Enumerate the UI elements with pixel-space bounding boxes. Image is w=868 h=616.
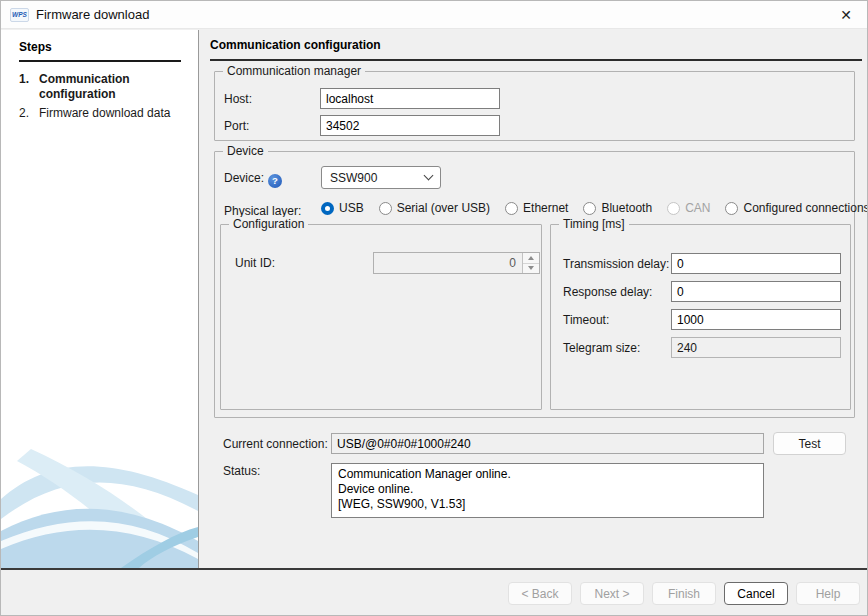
- device-select[interactable]: SSW900: [321, 166, 441, 189]
- close-icon[interactable]: ✕: [823, 1, 868, 29]
- firmware-download-dialog: { "window": { "badge": "WPS", "title": "…: [0, 0, 868, 616]
- device-label-text: Device:: [224, 171, 264, 185]
- radio-label: Configured connections: [743, 201, 868, 215]
- communication-manager-group: Communication manager Host: Port:: [214, 71, 855, 141]
- port-label: Port:: [224, 119, 249, 133]
- response-delay-input[interactable]: [671, 281, 841, 302]
- spinner-up-icon: [523, 253, 539, 264]
- current-connection-label: Current connection:: [223, 437, 328, 451]
- radio-can: CAN: [667, 201, 710, 215]
- steps-list: 1. Communication configuration 2. Firmwa…: [19, 72, 189, 125]
- next-button: Next >: [580, 582, 644, 605]
- telegram-size-input: [671, 337, 841, 358]
- decorative-swoosh-graphic: [1, 437, 198, 569]
- group-title: Device: [223, 144, 268, 158]
- unit-id-stepper: 0: [373, 252, 540, 274]
- group-title: Communication manager: [223, 64, 365, 78]
- group-title: Configuration: [229, 217, 308, 231]
- port-input[interactable]: [320, 115, 500, 136]
- step-number: 2.: [19, 106, 39, 121]
- steps-sidebar: Steps 1. Communication configuration 2. …: [1, 30, 199, 569]
- configuration-group: Configuration Unit ID: 0: [220, 224, 542, 410]
- status-line: Communication Manager online.: [338, 467, 757, 482]
- radio-disabled-icon: [667, 202, 680, 215]
- radio-label: USB: [339, 201, 364, 215]
- communication-configuration-panel: Communication configuration Communicatio…: [200, 29, 868, 569]
- help-button: Help: [796, 582, 860, 605]
- host-input[interactable]: [320, 88, 500, 109]
- radio-label: CAN: [685, 201, 710, 215]
- device-select-value: SSW900: [330, 171, 425, 185]
- spinner-down-icon: [523, 264, 539, 274]
- status-label: Status:: [223, 464, 260, 478]
- transmission-delay-label: Transmission delay:: [563, 257, 669, 271]
- cancel-button[interactable]: Cancel: [724, 582, 788, 605]
- title-bar: WPS Firmware download ✕: [1, 1, 868, 29]
- steps-heading: Steps: [19, 40, 181, 62]
- app-logo-icon: WPS: [10, 8, 29, 22]
- step-item-firmware-download-data: 2. Firmware download data: [19, 106, 189, 121]
- help-icon[interactable]: ?: [268, 174, 282, 188]
- status-line: [WEG, SSW900, V1.53]: [338, 497, 757, 512]
- step-label: Firmware download data: [39, 106, 187, 121]
- transmission-delay-input[interactable]: [671, 253, 841, 274]
- footer-button-bar: < Back Next > Finish Cancel Help: [1, 570, 868, 616]
- chevron-down-icon: [424, 171, 434, 181]
- device-group: Device Device:? SSW900 Physical layer: U…: [214, 151, 855, 418]
- status-box: Communication Manager online. Device onl…: [331, 463, 764, 518]
- unit-id-value: 0: [374, 253, 522, 273]
- radio-icon: [379, 202, 392, 215]
- host-label: Host:: [224, 92, 252, 106]
- step-item-communication-configuration: 1. Communication configuration: [19, 72, 189, 102]
- spinner-buttons: [522, 253, 539, 273]
- radio-serial-over-usb[interactable]: Serial (over USB): [379, 201, 490, 215]
- current-connection-field: [331, 433, 764, 454]
- radio-label: Ethernet: [523, 201, 568, 215]
- radio-usb[interactable]: USB: [321, 201, 364, 215]
- radio-configured-connections[interactable]: Configured connections: [725, 201, 868, 215]
- timeout-label: Timeout:: [563, 313, 609, 327]
- radio-icon: [583, 202, 596, 215]
- unit-id-label: Unit ID:: [235, 256, 275, 270]
- timeout-input[interactable]: [671, 309, 841, 330]
- step-label: Communication configuration: [39, 72, 187, 102]
- physical-layer-label: Physical layer:: [224, 204, 301, 218]
- radio-selected-icon: [321, 202, 334, 215]
- back-button: < Back: [508, 582, 572, 605]
- radio-icon: [505, 202, 518, 215]
- device-label: Device:?: [224, 171, 282, 188]
- window-title: Firmware download: [36, 7, 149, 22]
- physical-layer-radio-group: USB Serial (over USB) Ethernet Bluetooth…: [321, 201, 868, 215]
- telegram-size-label: Telegram size:: [563, 341, 640, 355]
- radio-bluetooth[interactable]: Bluetooth: [583, 201, 652, 215]
- radio-label: Bluetooth: [601, 201, 652, 215]
- status-line: Device online.: [338, 482, 757, 497]
- radio-label: Serial (over USB): [397, 201, 490, 215]
- response-delay-label: Response delay:: [563, 285, 652, 299]
- finish-button: Finish: [652, 582, 716, 605]
- radio-icon: [725, 202, 738, 215]
- radio-ethernet[interactable]: Ethernet: [505, 201, 568, 215]
- group-title: Timing [ms]: [559, 217, 629, 231]
- step-number: 1.: [19, 72, 39, 102]
- page-title: Communication configuration: [210, 38, 862, 61]
- test-button[interactable]: Test: [773, 432, 846, 455]
- timing-group: Timing [ms] Transmission delay: Response…: [550, 224, 851, 410]
